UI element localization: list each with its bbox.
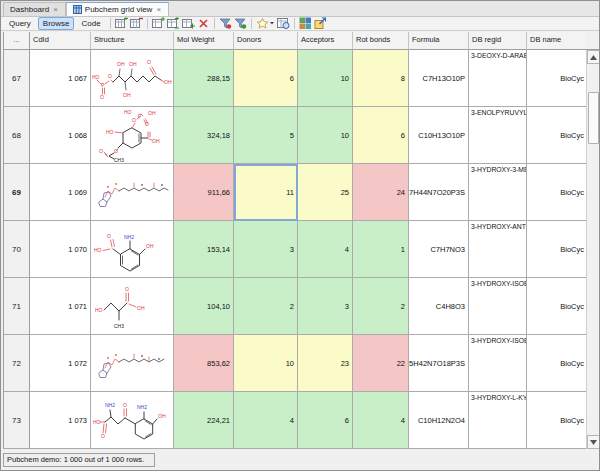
- structure-cell[interactable]: HO O NH2 O NH2 OH: [91, 392, 174, 449]
- db-name-cell[interactable]: BioCyc: [527, 221, 587, 278]
- structure-cell[interactable]: HO P O O OH OH OH O OH: [91, 50, 174, 107]
- add-rows-icon[interactable]: [167, 17, 180, 30]
- vertical-scrollbar[interactable]: [586, 50, 599, 449]
- query-button[interactable]: Query: [4, 17, 36, 30]
- rot-bonds-cell[interactable]: 2: [353, 278, 409, 335]
- acceptors-cell[interactable]: 10: [298, 107, 353, 164]
- formula-cell[interactable]: C10H12N2O4: [409, 392, 469, 449]
- tab-pubchem-grid-view[interactable]: Pubchem grid view ×: [66, 2, 169, 16]
- db-name-cell[interactable]: BioCyc: [527, 392, 587, 449]
- donors-cell[interactable]: 3: [234, 221, 298, 278]
- row-number[interactable]: 68: [4, 107, 30, 164]
- scroll-up-icon[interactable]: [587, 50, 600, 64]
- mol-weight-cell[interactable]: 853,62: [174, 335, 234, 392]
- db-name-cell[interactable]: BioCyc: [527, 50, 587, 107]
- tab-dashboard[interactable]: Dashboard ×: [3, 2, 66, 16]
- db-name-cell[interactable]: BioCyc: [527, 107, 587, 164]
- formula-cell[interactable]: C4H8O3: [409, 278, 469, 335]
- column-header-donors[interactable]: Donors: [234, 32, 298, 50]
- mol-weight-cell[interactable]: 153,14: [174, 221, 234, 278]
- acceptors-cell[interactable]: 10: [298, 50, 353, 107]
- db-regid-cell[interactable]: 3-DEOXY-D-ARABIN: [469, 50, 527, 107]
- structure-cell[interactable]: HO O OH CH3: [91, 278, 174, 335]
- db-regid-cell[interactable]: 3-HYDROXY-L-KYNU: [469, 392, 527, 449]
- rot-bonds-cell[interactable]: 22: [353, 335, 409, 392]
- mol-weight-cell[interactable]: 324,18: [174, 107, 234, 164]
- formula-cell[interactable]: C25H42N7O18P3S: [409, 335, 469, 392]
- acceptors-cell[interactable]: 3: [298, 278, 353, 335]
- add-row-icon[interactable]: [152, 17, 165, 30]
- rot-bonds-cell[interactable]: 4: [353, 392, 409, 449]
- formula-cell[interactable]: C7H7NO3: [409, 221, 469, 278]
- scroll-down-icon[interactable]: [587, 435, 600, 449]
- cdid-cell[interactable]: 1 069: [30, 164, 91, 221]
- close-icon[interactable]: ×: [155, 6, 162, 14]
- db-name-cell[interactable]: BioCyc: [527, 335, 587, 392]
- donors-cell[interactable]: 5: [234, 107, 298, 164]
- db-regid-cell[interactable]: 3-HYDROXY-ISOBUT: [469, 335, 527, 392]
- row-number[interactable]: 69: [4, 164, 30, 221]
- close-icon[interactable]: ×: [52, 6, 59, 14]
- structure-cell[interactable]: HO P OH O O HO O O OH CH3: [91, 107, 174, 164]
- acceptors-cell[interactable]: 23: [298, 335, 353, 392]
- db-regid-cell[interactable]: 3-HYDROXY-ISOBUT: [469, 278, 527, 335]
- cdid-cell[interactable]: 1 070: [30, 221, 91, 278]
- structure-cell[interactable]: O HO NH2 OH: [91, 221, 174, 278]
- row-number[interactable]: 67: [4, 50, 30, 107]
- db-regid-cell[interactable]: 3-HYDROXY-ANTHRA: [469, 221, 527, 278]
- grid-colors-icon[interactable]: [299, 17, 312, 30]
- insert-row-icon[interactable]: [115, 17, 128, 30]
- donors-cell[interactable]: 4: [234, 392, 298, 449]
- acceptors-cell[interactable]: 4: [298, 221, 353, 278]
- column-header-mol-weight[interactable]: Mol Weight: [174, 32, 234, 50]
- append-data-icon[interactable]: [182, 17, 195, 30]
- column-header-cdid[interactable]: CdId: [30, 32, 91, 50]
- column-header-structure[interactable]: Structure: [91, 32, 174, 50]
- filter-new-icon[interactable]: [219, 17, 232, 30]
- column-header-corner[interactable]: ...: [4, 32, 30, 50]
- cdid-cell[interactable]: 1 073: [30, 392, 91, 449]
- mol-weight-cell[interactable]: 224,21: [174, 392, 234, 449]
- formula-cell[interactable]: C7H13O10P: [409, 50, 469, 107]
- mol-weight-cell[interactable]: 288,15: [174, 50, 234, 107]
- favorites-star-icon[interactable]: [256, 17, 275, 30]
- db-name-cell[interactable]: BioCyc: [527, 278, 587, 335]
- column-header-rot-bonds[interactable]: Rot bonds: [353, 32, 409, 50]
- find-in-grid-icon[interactable]: [277, 17, 290, 30]
- browse-button[interactable]: Browse: [38, 17, 75, 30]
- rot-bonds-cell[interactable]: 8: [353, 50, 409, 107]
- row-number[interactable]: 73: [4, 392, 30, 449]
- structure-cell[interactable]: [91, 164, 174, 221]
- filter-apply-icon[interactable]: [234, 17, 247, 30]
- donors-cell-selected[interactable]: 11: [234, 164, 298, 221]
- delete-icon[interactable]: [197, 17, 210, 30]
- donors-cell[interactable]: 6: [234, 50, 298, 107]
- db-name-cell[interactable]: BioCyc: [527, 164, 587, 221]
- export-icon[interactable]: [314, 17, 327, 30]
- column-header-formula[interactable]: Formula: [409, 32, 469, 50]
- formula-cell[interactable]: C27H44N7O20P3S: [409, 164, 469, 221]
- mol-weight-cell[interactable]: 104,10: [174, 278, 234, 335]
- db-regid-cell[interactable]: 3-HYDROXY-3-METH: [469, 164, 527, 221]
- scrollbar-thumb[interactable]: [588, 92, 599, 144]
- donors-cell[interactable]: 10: [234, 335, 298, 392]
- cdid-cell[interactable]: 1 068: [30, 107, 91, 164]
- mol-weight-cell[interactable]: 911,66: [174, 164, 234, 221]
- donors-cell[interactable]: 2: [234, 278, 298, 335]
- acceptors-cell[interactable]: 25: [298, 164, 353, 221]
- row-number[interactable]: 72: [4, 335, 30, 392]
- formula-cell[interactable]: C10H13O10P: [409, 107, 469, 164]
- column-header-acceptors[interactable]: Acceptors: [298, 32, 353, 50]
- cdid-cell[interactable]: 1 071: [30, 278, 91, 335]
- code-button[interactable]: Code: [76, 17, 105, 30]
- cdid-cell[interactable]: 1 067: [30, 50, 91, 107]
- row-number[interactable]: 70: [4, 221, 30, 278]
- row-number[interactable]: 71: [4, 278, 30, 335]
- column-header-db-regid[interactable]: DB regid: [469, 32, 527, 50]
- delete-row-icon[interactable]: [130, 17, 143, 30]
- acceptors-cell[interactable]: 6: [298, 392, 353, 449]
- rot-bonds-cell[interactable]: 1: [353, 221, 409, 278]
- db-regid-cell[interactable]: 3-ENOLPYRUVYL-SHI: [469, 107, 527, 164]
- cdid-cell[interactable]: 1 072: [30, 335, 91, 392]
- rot-bonds-cell[interactable]: 6: [353, 107, 409, 164]
